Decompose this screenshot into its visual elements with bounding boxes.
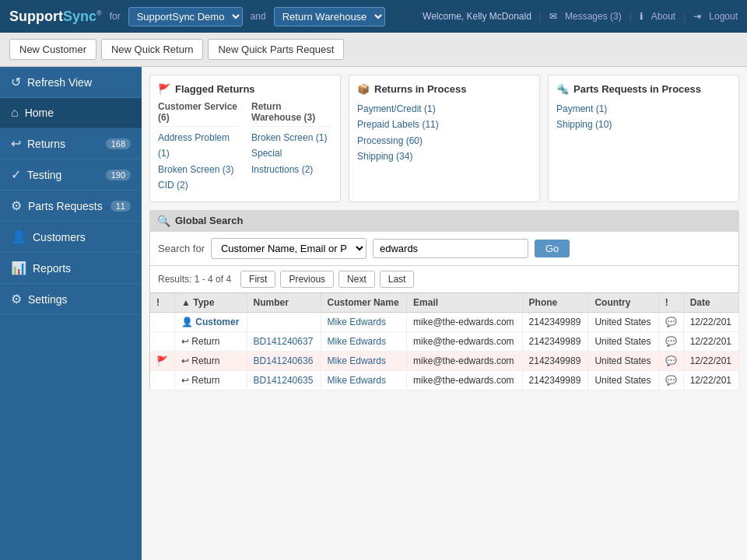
row-flag xyxy=(150,312,175,331)
global-search-title: Global Search xyxy=(175,215,243,226)
search-for-label: Search for xyxy=(158,243,205,254)
rip-link-0[interactable]: Payment/Credit (1) xyxy=(357,101,531,117)
search-bar: Search for Customer Name, Email or Phone… xyxy=(149,232,739,266)
company-select[interactable]: SupportSync Demo xyxy=(128,7,243,26)
welcome-text: Welcome, Kelly McDonald xyxy=(423,11,531,22)
sidebar: ↺ Refresh View ⌂ Home ↩ Returns 168 ✓ Te… xyxy=(0,67,142,560)
flagged-returns-title: 🚩 Flagged Returns xyxy=(158,83,332,95)
rip-link-2[interactable]: Processing (60) xyxy=(357,133,531,149)
sidebar-item-refresh-view[interactable]: ↺ Refresh View xyxy=(0,67,142,98)
previous-page-button[interactable]: Previous xyxy=(280,271,334,288)
parts-icon: ⚙ xyxy=(11,198,22,213)
search-field-select[interactable]: Customer Name, Email or Phone xyxy=(211,238,366,259)
message-icon: 💬 xyxy=(665,317,677,327)
flagged-rw-link-0[interactable]: Broken Screen (1) xyxy=(251,130,332,145)
last-page-button[interactable]: Last xyxy=(380,271,415,288)
col-header-excl: ! xyxy=(150,293,175,313)
sidebar-item-testing[interactable]: ✓ Testing 190 xyxy=(0,159,142,191)
row-type[interactable]: ↩ Return xyxy=(175,351,247,370)
row-number[interactable]: BD141240637 xyxy=(247,331,321,351)
row-phone: 2142349989 xyxy=(522,331,588,351)
returns-icon: ↩ xyxy=(11,136,21,151)
row-type[interactable]: ↩ Return xyxy=(175,331,247,351)
flagged-cs-link-2[interactable]: CID (2) xyxy=(158,177,239,193)
row-number[interactable] xyxy=(247,312,321,331)
col-header-email[interactable]: Email xyxy=(407,293,523,313)
type-icon: ↩ xyxy=(181,336,191,347)
table-row[interactable]: ↩ ReturnBD141240637Mike Edwardsmike@the-… xyxy=(150,331,739,351)
first-page-button[interactable]: First xyxy=(240,271,275,288)
messages-link[interactable]: Messages (3) xyxy=(565,11,622,22)
main-layout: ↺ Refresh View ⌂ Home ↩ Returns 168 ✓ Te… xyxy=(0,67,747,560)
type-label: Return xyxy=(191,336,219,347)
warehouse-select[interactable]: Return Warehouse xyxy=(274,7,385,26)
row-msg[interactable]: 💬 xyxy=(658,312,683,331)
type-icon: 👤 xyxy=(181,317,195,327)
flagged-cs-link-0[interactable]: Address Problem (1) xyxy=(158,130,239,162)
search-icon: 🔍 xyxy=(157,215,170,227)
sidebar-item-customers[interactable]: 👤 Customers xyxy=(0,222,142,253)
row-number[interactable]: BD141240636 xyxy=(247,351,321,370)
table-row[interactable]: 👤 CustomerMike Edwardsmike@the-edwards.c… xyxy=(150,312,739,331)
flagged-cs-link-1[interactable]: Broken Screen (3) xyxy=(158,162,239,177)
rw-col-header: Return Warehouse (3) xyxy=(251,101,332,127)
new-quick-parts-request-button[interactable]: New Quick Parts Request xyxy=(208,39,344,60)
message-icon: 💬 xyxy=(665,355,677,366)
new-customer-button[interactable]: New Customer xyxy=(9,39,96,60)
row-customer-name[interactable]: Mike Edwards xyxy=(321,370,406,390)
row-customer-name[interactable]: Mike Edwards xyxy=(321,331,406,351)
col-header-type[interactable]: ▲ Type xyxy=(175,293,247,313)
row-number[interactable]: BD141240635 xyxy=(247,370,321,390)
col-header-phone[interactable]: Phone xyxy=(522,293,588,313)
col-header-country[interactable]: Country xyxy=(588,293,658,313)
sidebar-item-settings[interactable]: ⚙ Settings xyxy=(0,284,142,315)
search-input[interactable] xyxy=(373,239,528,258)
next-page-button[interactable]: Next xyxy=(338,271,375,288)
sidebar-label-parts: Parts Requests xyxy=(28,200,103,212)
logout-icon: ⇥ xyxy=(693,11,701,22)
row-customer-name[interactable]: Mike Edwards xyxy=(321,312,406,331)
refresh-icon: ↺ xyxy=(11,75,21,89)
row-msg[interactable]: 💬 xyxy=(658,351,683,370)
flag-card-icon: 🚩 xyxy=(158,83,170,95)
flagged-cs-col: Customer Service (6) Address Problem (1)… xyxy=(158,101,239,194)
row-type[interactable]: ↩ Return xyxy=(175,370,247,390)
col-header-date[interactable]: Date xyxy=(683,293,738,313)
row-msg[interactable]: 💬 xyxy=(658,370,683,390)
sidebar-item-home[interactable]: ⌂ Home xyxy=(0,98,142,128)
new-quick-return-button[interactable]: New Quick Return xyxy=(101,39,203,60)
type-label: Return xyxy=(191,375,219,386)
row-msg[interactable]: 💬 xyxy=(658,331,683,351)
sidebar-item-reports[interactable]: 📊 Reports xyxy=(0,253,142,284)
and-label: and xyxy=(251,11,266,22)
about-link[interactable]: About xyxy=(651,11,675,22)
row-country: United States xyxy=(588,312,658,331)
parts-badge: 11 xyxy=(110,201,131,212)
logout-link[interactable]: Logout xyxy=(709,11,738,22)
table-row[interactable]: 🚩↩ ReturnBD141240636Mike Edwardsmike@the… xyxy=(150,351,739,370)
settings-icon: ⚙ xyxy=(11,292,22,306)
rip-link-3[interactable]: Shipping (34) xyxy=(357,149,531,164)
returns-in-process-card: 📦 Returns in Process Payment/Credit (1) … xyxy=(349,75,540,202)
col-header-number[interactable]: Number xyxy=(247,293,321,313)
type-label: Customer xyxy=(195,317,239,327)
rip-link-1[interactable]: Prepaid Labels (11) xyxy=(357,117,531,132)
row-date: 12/22/201 xyxy=(683,331,738,351)
sidebar-item-returns[interactable]: ↩ Returns 168 xyxy=(0,128,142,159)
flagged-rw-link-1[interactable]: Special Instructions (2) xyxy=(251,145,332,177)
testing-icon: ✓ xyxy=(11,167,21,182)
parts-requests-card: 🔩 Parts Requests in Process Payment (1) … xyxy=(548,75,739,202)
sidebar-item-parts-requests[interactable]: ⚙ Parts Requests 11 xyxy=(0,191,142,222)
prp-link-1[interactable]: Shipping (10) xyxy=(556,117,731,132)
flagged-returns-card: 🚩 Flagged Returns Customer Service (6) A… xyxy=(149,75,341,202)
parts-requests-title: 🔩 Parts Requests in Process xyxy=(556,83,731,95)
prp-link-0[interactable]: Payment (1) xyxy=(556,101,731,117)
sidebar-label-refresh: Refresh View xyxy=(27,76,92,89)
col-header-customer-name[interactable]: Customer Name xyxy=(321,293,406,313)
row-customer-name[interactable]: Mike Edwards xyxy=(321,351,406,370)
table-row[interactable]: ↩ ReturnBD141240635Mike Edwardsmike@the-… xyxy=(150,370,739,390)
message-icon: 💬 xyxy=(665,336,677,347)
results-tbody: 👤 CustomerMike Edwardsmike@the-edwards.c… xyxy=(150,312,739,390)
search-go-button[interactable]: Go xyxy=(535,240,570,257)
row-type[interactable]: 👤 Customer xyxy=(175,312,247,331)
